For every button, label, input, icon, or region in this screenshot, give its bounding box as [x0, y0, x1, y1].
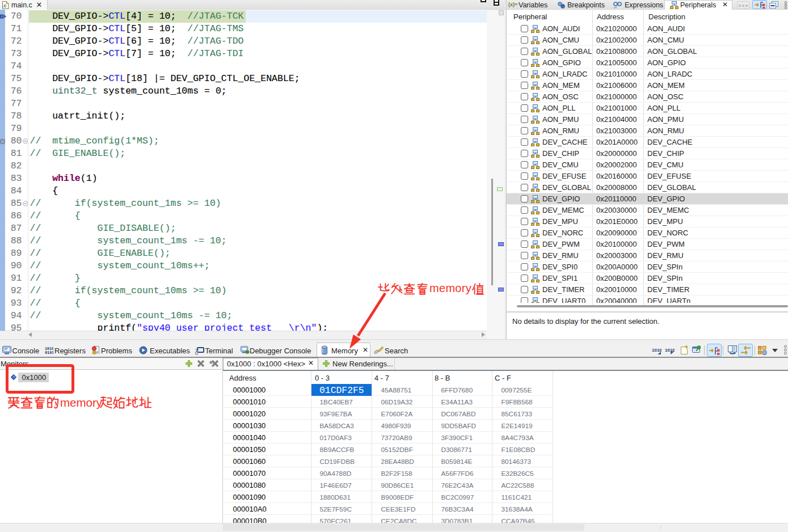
svg-text:x²: x²	[614, 6, 617, 9]
svg-text:.c: .c	[2, 3, 7, 9]
svg-text:!: !	[94, 351, 94, 354]
svg-text:0101: 0101	[45, 351, 53, 354]
svg-text:1010: 1010	[652, 348, 661, 353]
